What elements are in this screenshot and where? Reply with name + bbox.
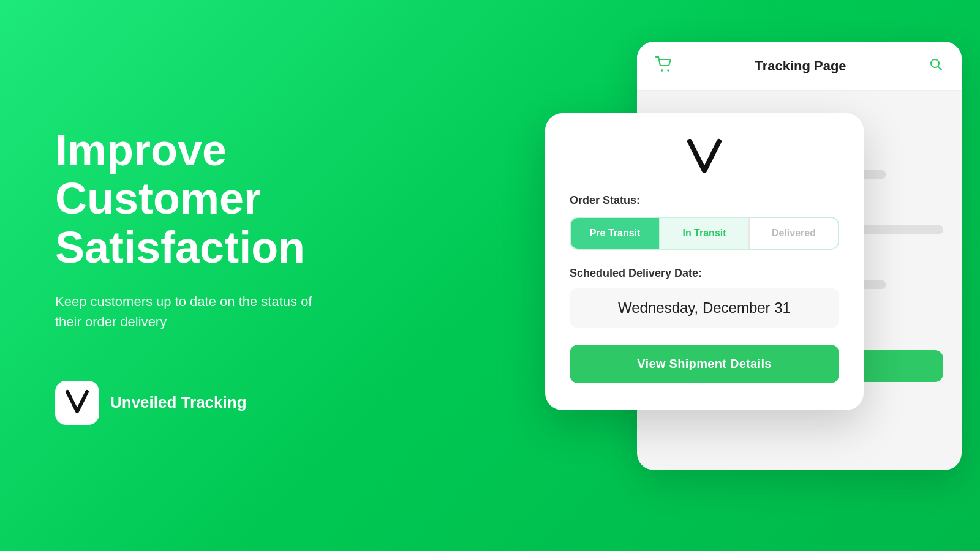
brand-v-icon [65, 389, 89, 416]
tab-delivered[interactable]: Delivered [748, 218, 838, 249]
tracking-bg-header: Tracking Page [637, 42, 962, 91]
delivery-label: Scheduled Delivery Date: [570, 267, 839, 280]
tracking-bg-title: Tracking Page [755, 58, 846, 74]
v-icon [686, 138, 723, 177]
status-tabs: Pre Transit In Transit Delivered [570, 217, 839, 250]
svg-point-0 [661, 69, 663, 72]
main-card: Order Status: Pre Transit In Transit Del… [545, 113, 864, 410]
brand-name: Unveiled Tracking [110, 393, 247, 412]
tab-pre-transit[interactable]: Pre Transit [571, 218, 659, 249]
headline-line2: Customer [55, 174, 261, 223]
headline-line1: Improve [55, 126, 227, 174]
tab-in-transit[interactable]: In Transit [659, 218, 748, 249]
brand-row: Unveiled Tracking [55, 381, 484, 425]
delivery-date: Wednesday, December 31 [570, 288, 839, 328]
left-section: Improve Customer Satisfaction Keep custo… [0, 77, 521, 474]
headline-line3: Satisfaction [55, 223, 305, 272]
brand-logo [55, 381, 99, 425]
svg-point-1 [667, 69, 669, 72]
search-icon [929, 57, 943, 75]
right-section: Tracking Page [521, 0, 980, 551]
cart-icon [655, 56, 673, 76]
headline: Improve Customer Satisfaction [55, 126, 484, 272]
subtext: Keep customers up to date on the status … [55, 291, 312, 332]
order-status-label: Order Status: [570, 194, 839, 207]
v-logo-mark [570, 138, 839, 177]
view-shipment-button[interactable]: View Shipment Details [570, 345, 839, 383]
